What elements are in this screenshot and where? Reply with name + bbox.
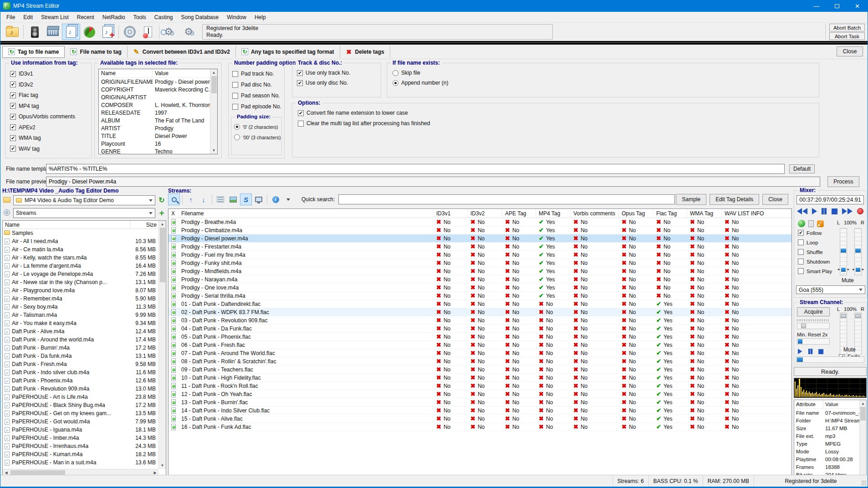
gears-button[interactable] [179,24,198,40]
padding-pad-track-no[interactable]: Pad track No. [232,71,284,77]
streams-col-ape-tag[interactable]: APE Tag [502,209,536,218]
file-col-name[interactable]: Name [3,221,130,229]
stream-row[interactable]: 16 - Daft Punk - Funk Ad.flac✖No✖No✖No✖N… [168,423,791,431]
file-row[interactable]: ♪Daft Punk - Burnin'.m4a17.2 MB [3,344,158,352]
attribute-row[interactable]: Frames18388 [794,463,859,471]
tab-tag-to-file-name[interactable]: Tag to file name [2,46,65,58]
stream-row[interactable]: 05 - Daft Punk - Phoenix.flac✖No✖No✖No✖N… [168,333,791,341]
tags-col-name[interactable]: Name [99,69,153,77]
file-col-size[interactable]: Size [130,222,158,228]
note-ball-button[interactable] [139,24,157,40]
gears-clock-button[interactable] [161,24,179,40]
file-row[interactable]: ♪Air - Kelly, watch the stars.m4a8.55 MB [3,254,158,262]
playlist-icon[interactable] [808,220,814,227]
file-row[interactable]: ♪Daft Punk - Indo silver club.m4a11.6 MB [3,368,158,376]
streams-col-id3v1[interactable]: ID3v1 [434,209,468,218]
file-row[interactable]: ♪Daft Punk - Da funk.m4a13.1 MB [3,352,158,360]
mixer-smart-play[interactable]: Smart Play [798,268,832,274]
tags-scrollbar[interactable]: ▲ ▼ [210,69,217,154]
trackdisc-use-only-track-no[interactable]: ✔Use only track No. [297,70,381,76]
minimize-button[interactable]: — [806,0,827,12]
slider-handle[interactable] [798,339,802,344]
padding-pad-disc-no[interactable]: Pad disc No. [232,81,284,88]
streams-col-wav-list-info[interactable]: WAV LIST INFO [722,209,791,218]
stream-row[interactable]: 04 - Daft Punk - Da Funk.flac✖No✖No✖No✖N… [168,325,791,333]
padding-pad-episode-no[interactable]: Pad episode No. [232,103,284,110]
position-slider[interactable] [796,356,864,363]
attribute-row[interactable]: TypeMPEG [794,440,859,447]
file-row[interactable]: ♪Air - Remember.m4a5.90 MB [3,295,158,303]
scroll-thumb[interactable] [860,407,866,421]
file-row[interactable]: ♪Air - You make it easy.m4a9.34 MB [3,319,158,327]
file-row[interactable]: ♪PaPERHOUsE - Iguana.m4a18.1 MB [3,426,158,434]
stream-row[interactable]: 10 - Daft Punk - High Fidelity.flac✖No✖N… [168,374,791,382]
stream-row[interactable]: 12 - Daft Punk - Oh Yeah.flac✖No✖No✖No✖N… [168,390,791,398]
acquire-button[interactable]: Acquire [797,307,830,316]
list-button[interactable] [214,193,226,205]
scroll-up-icon[interactable]: ▲ [210,69,217,76]
stream-box-button[interactable] [44,24,62,40]
rewind-button[interactable] [797,208,807,214]
quick-search-input[interactable] [338,194,675,204]
menu-item-stream-list[interactable]: Stream List [37,12,73,22]
option-clear-the-multi-tag-list-after-processing-has-finished[interactable]: Clear the multi tag list after processin… [298,120,819,127]
image-button[interactable] [227,193,239,205]
streams-col-id3v2[interactable]: ID3v2 [468,209,502,218]
tab-delete-tags[interactable]: Delete tags [340,46,390,58]
volume-slider-left[interactable] [840,228,847,275]
search-button[interactable] [168,193,180,205]
tag-row[interactable]: ORIGINALFILENAMEProdigy - Diesel power [99,78,210,86]
attribute-row[interactable]: File name07-ovnimoon_-. [794,409,859,417]
monitor-button[interactable] [253,193,265,205]
if-exists-append-number-n[interactable]: Append number (n) [393,80,819,86]
file-row[interactable]: ♪Air - Ce matin la.m4a8.56 MB [3,245,158,254]
file-row[interactable]: ♪Air - Sexy boy.m4a11.3 MB [3,303,158,311]
mixer-follow[interactable]: ✔Follow [798,230,832,236]
menu-item-edit[interactable]: Edit [19,12,37,22]
slider-handle[interactable] [801,324,806,328]
file-row[interactable]: ♪Daft Punk - Alive.m4a12.4 MB [3,327,158,336]
file-row[interactable]: ♪Air - All I need.m4a10.3 MB [3,237,158,245]
stream-row[interactable]: 07 - Daft Punk - Around The World.flac✖N… [168,349,791,357]
tag-row[interactable]: COPYRIGHTMaverick Recording C... [99,86,210,93]
useinfo-flac-tag[interactable]: ✔Flac tag [10,92,91,98]
default-button[interactable]: Default [789,164,815,173]
file-row[interactable]: ♪Air - Playground love.m4a8.07 MB [3,286,158,295]
file-row[interactable]: ♪PaPERHOUsE - Man in a suit.m4a13.6 MB [3,458,158,467]
stream-row[interactable]: Prodigy - Climbatize.m4a✖No✖No✖No✔Yes✖No… [168,226,791,234]
pie-chart-button[interactable] [80,24,98,40]
useinfo-id3v1[interactable]: ✔ID3v1 [10,71,91,77]
play-button[interactable] [798,349,802,354]
scroll-thumb[interactable] [10,470,65,475]
scroll-right-icon[interactable]: ▶ [152,471,158,475]
file-row[interactable]: ♪Air - Le voyage de Penelope.m4a7.26 MB [3,270,158,278]
tag-row[interactable]: ALBUMThe Fat of The Land [99,117,210,124]
tab-any-tags-to-specified-tag-format[interactable]: Any tags to specified tag format [236,46,340,58]
padding-size-00-3-characters[interactable]: '00' (3 characters) [234,134,281,140]
stream-row[interactable]: 13 - Daft Punk - Burnin'.flac✖No✖No✖No✖N… [168,398,791,407]
tags-col-value[interactable]: Value [153,69,217,77]
menu-item-tools[interactable]: Tools [129,12,150,22]
file-row[interactable]: ♪Daft Punk - Around the world.m4a17.4 MB [3,336,158,344]
file-list-vscrollbar[interactable]: ▲ ▼ [158,221,166,469]
useinfo-apev2[interactable]: ✔APEv2 [10,124,91,131]
pan-handle[interactable] [841,268,846,272]
acquire-slider[interactable] [797,323,830,329]
streams-col-wma-tag[interactable]: WMA Tag [687,209,722,218]
sheets-add-button[interactable] [98,24,117,40]
file-row[interactable]: ♪PaPERHOUsE - Get on my knees gam...13.5… [3,409,158,417]
slider-handle[interactable] [797,357,803,362]
scroll-up-icon[interactable]: ▲ [159,221,166,228]
stream-row[interactable]: 09 - Daft Punk - Teachers.flac✖No✖No✖No✖… [168,366,791,374]
record-button[interactable] [857,208,863,214]
add-button[interactable]: + [157,209,166,217]
resize-grip[interactable] [861,480,867,486]
stream-row[interactable]: 14 - Daft Punk - Indo Silver Club.flac✖N… [168,407,791,415]
streams-combobox[interactable]: Streams [13,208,155,218]
netradio-icon[interactable] [817,220,824,227]
useinfo-id3v2[interactable]: ✔ID3v2 [10,81,91,88]
stop-button[interactable] [832,208,837,214]
mixer-shuffle[interactable]: Shuffle [798,249,832,255]
close-window-button[interactable]: ✕ [847,0,868,12]
file-row[interactable]: ♪PaPERHOUsE - Kumari.m4a18.2 MB [3,450,158,458]
